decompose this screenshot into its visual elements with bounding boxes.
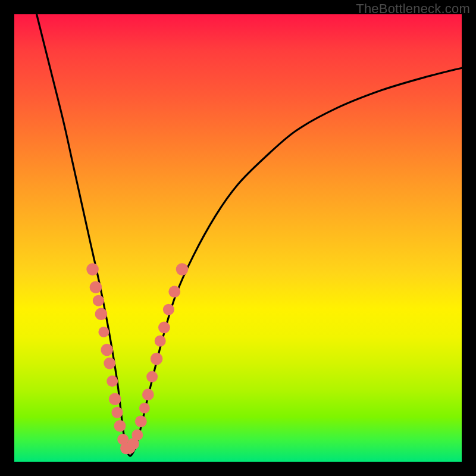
bottleneck-curve (37, 14, 462, 456)
bead-marker (151, 353, 163, 365)
bead-marker (112, 407, 123, 418)
bead-marker (163, 304, 174, 315)
bead-marker (90, 281, 102, 293)
bead-marker (86, 263, 99, 275)
plot-area (14, 14, 462, 462)
bead-marker (98, 327, 109, 337)
bead-marker (95, 308, 108, 321)
bead-marker (168, 286, 180, 298)
chart-frame: TheBottleneck.com (0, 0, 476, 476)
bead-marker (101, 344, 113, 356)
bead-marker (146, 371, 158, 383)
bead-marker (109, 393, 121, 405)
watermark-text: TheBottleneck.com (356, 1, 470, 17)
bead-marker (139, 403, 150, 414)
bead-marker (135, 415, 147, 427)
bead-marker (107, 375, 118, 387)
bead-marker (176, 263, 189, 275)
curve-layer (14, 14, 462, 462)
bead-marker (131, 429, 143, 440)
bead-marker (93, 295, 104, 306)
bead-marker (142, 389, 154, 400)
bead-marker (158, 322, 170, 334)
bead-marker (104, 358, 115, 369)
bead-marker (114, 420, 126, 432)
bead-marker (155, 336, 166, 347)
